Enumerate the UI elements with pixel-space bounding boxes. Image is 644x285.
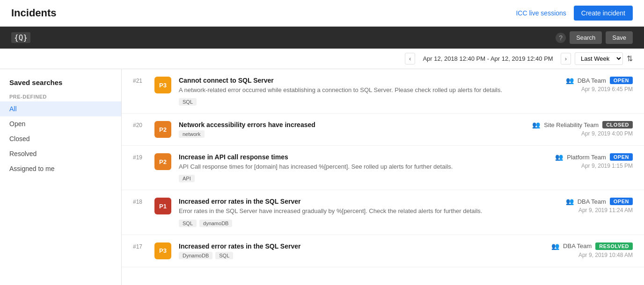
team-name: Platform Team: [567, 154, 606, 161]
incident-content: Cannot connect to SQL Server A network-r…: [179, 77, 532, 106]
meta-top: 👥 Site Reliability Team CLOSED: [532, 121, 633, 128]
incident-tag: dynamoDB: [199, 220, 232, 227]
sidebar-section-label: PRE-DEFINED: [0, 90, 121, 101]
page-title: Incidents: [11, 7, 57, 19]
incident-meta: 👥 DBA Team OPEN Apr 9, 2019 6:45 PM: [539, 77, 633, 93]
status-badge: OPEN: [610, 153, 633, 161]
search-button[interactable]: Search: [570, 31, 602, 44]
incident-row[interactable]: #20 P2 Network accessibility errors have…: [122, 114, 644, 146]
sidebar-item-assigned-to-me[interactable]: Assigned to me: [0, 161, 121, 176]
priority-badge: P3: [154, 77, 171, 93]
incident-description: Error rates in the SQL Server have incre…: [179, 207, 532, 215]
incident-row[interactable]: #21 P3 Cannot connect to SQL Server A ne…: [122, 69, 644, 114]
incident-title[interactable]: Cannot connect to SQL Server: [179, 77, 532, 84]
priority-badge: P2: [154, 121, 171, 138]
team-name: DBA Team: [578, 77, 606, 84]
prev-date-button[interactable]: ‹: [405, 53, 415, 64]
status-badge: CLOSED: [602, 121, 633, 128]
sidebar: Saved searches PRE-DEFINED All Open Clos…: [0, 69, 122, 285]
sidebar-item-closed[interactable]: Closed: [0, 131, 121, 146]
team-icon: 👥: [551, 242, 559, 250]
incident-row[interactable]: #17 P3 Increased error rates in the SQL …: [122, 235, 644, 267]
main-layout: Saved searches PRE-DEFINED All Open Clos…: [0, 69, 644, 285]
team-name: Site Reliability Team: [544, 121, 599, 128]
incident-row[interactable]: #18 P1 Increased error rates in the SQL …: [122, 190, 644, 235]
incident-title[interactable]: Increased error rates in the SQL Server: [179, 198, 532, 205]
incident-meta: 👥 DBA Team RESOLVED Apr 9, 2019 10:48 AM: [539, 242, 633, 258]
search-syntax-icon: {Q}: [11, 32, 30, 43]
search-help-icon[interactable]: ?: [556, 33, 566, 43]
meta-top: 👥 DBA Team RESOLVED: [551, 242, 633, 250]
priority-badge: P1: [154, 198, 171, 214]
incident-number: #21: [133, 77, 147, 84]
date-filter-bar: ‹ Apr 12, 2018 12:40 PM - Apr 12, 2019 1…: [0, 49, 644, 69]
team-icon: 👥: [555, 153, 563, 161]
incident-meta: 👥 DBA Team OPEN Apr 9, 2019 11:24 AM: [539, 198, 633, 214]
next-date-button[interactable]: ›: [561, 53, 571, 64]
incident-tag: SQL: [179, 98, 197, 106]
search-input[interactable]: [34, 34, 552, 42]
date-range-text: Apr 12, 2018 12:40 PM - Apr 12, 2019 12:…: [419, 53, 556, 64]
incident-content: Network accessibility errors have increa…: [179, 121, 525, 138]
incident-row[interactable]: #19 P2 Increase in API call response tim…: [122, 146, 644, 190]
team-icon: 👥: [566, 198, 574, 205]
incident-content: Increase in API call response times API …: [179, 153, 532, 182]
sidebar-item-all[interactable]: All: [0, 101, 121, 116]
icc-link[interactable]: ICC live sessions: [516, 9, 566, 17]
sidebar-item-open[interactable]: Open: [0, 116, 121, 131]
incident-title[interactable]: Increased error rates in the SQL Server: [179, 242, 532, 250]
incident-date: Apr 9, 2019 1:15 PM: [581, 163, 633, 169]
incident-title[interactable]: Network accessibility errors have increa…: [179, 121, 525, 128]
incident-title[interactable]: Increase in API call response times: [179, 153, 532, 161]
meta-top: 👥 DBA Team OPEN: [566, 77, 633, 84]
incident-tags: network: [179, 130, 525, 138]
team-icon: 👥: [532, 121, 540, 128]
team-name: DBA Team: [578, 198, 606, 205]
status-badge: OPEN: [610, 198, 633, 205]
incident-number: #17: [133, 242, 147, 250]
sidebar-title: Saved searches: [0, 78, 121, 90]
incident-tags: SQLdynamoDB: [179, 220, 532, 227]
incident-meta: 👥 Site Reliability Team CLOSED Apr 9, 20…: [532, 121, 633, 137]
team-name: DBA Team: [563, 242, 592, 249]
meta-top: 👥 Platform Team OPEN: [555, 153, 633, 161]
meta-top: 👥 DBA Team OPEN: [566, 198, 633, 205]
incident-number: #18: [133, 198, 147, 205]
sidebar-item-resolved[interactable]: Resolved: [0, 146, 121, 161]
priority-badge: P3: [154, 242, 171, 259]
incident-content: Increased error rates in the SQL Server …: [179, 198, 532, 227]
incident-tag: API: [179, 175, 195, 182]
incident-date: Apr 9, 2019 6:45 PM: [581, 86, 633, 93]
filter-options-button[interactable]: ⇅: [627, 54, 633, 63]
incident-date: Apr 9, 2019 11:24 AM: [578, 207, 633, 214]
incident-tag: SQL: [179, 220, 197, 227]
incident-tags: SQL: [179, 98, 532, 106]
incident-tag: SQL: [215, 252, 233, 259]
incident-date: Apr 9, 2019 10:48 AM: [578, 252, 633, 258]
top-bar-actions: ICC live sessions Create incident: [516, 6, 633, 21]
incident-number: #20: [133, 121, 147, 128]
incident-meta: 👥 Platform Team OPEN Apr 9, 2019 1:15 PM: [539, 153, 633, 169]
incident-tag: network: [179, 130, 205, 138]
search-bar: {Q} ? Search Save: [0, 27, 644, 49]
status-badge: RESOLVED: [595, 242, 633, 250]
incident-description: A network-related error occurred while e…: [179, 86, 532, 94]
incident-description: API Call response times for [domain] has…: [179, 163, 532, 171]
team-icon: 👥: [566, 77, 574, 84]
create-incident-button[interactable]: Create incident: [574, 6, 633, 21]
incident-tag: DynamoDB: [179, 252, 212, 259]
incident-number: #19: [133, 153, 147, 161]
priority-badge: P2: [154, 153, 171, 170]
save-button[interactable]: Save: [606, 31, 633, 44]
top-bar: Incidents ICC live sessions Create incid…: [0, 0, 644, 27]
incidents-list: #21 P3 Cannot connect to SQL Server A ne…: [122, 69, 644, 285]
period-select[interactable]: Last Week Last Month Last Year Custom: [575, 52, 623, 65]
incident-tags: API: [179, 175, 532, 182]
incident-tags: DynamoDBSQL: [179, 252, 532, 259]
status-badge: OPEN: [610, 77, 633, 84]
incident-date: Apr 9, 2019 4:00 PM: [581, 130, 633, 137]
incident-content: Increased error rates in the SQL Server …: [179, 242, 532, 259]
